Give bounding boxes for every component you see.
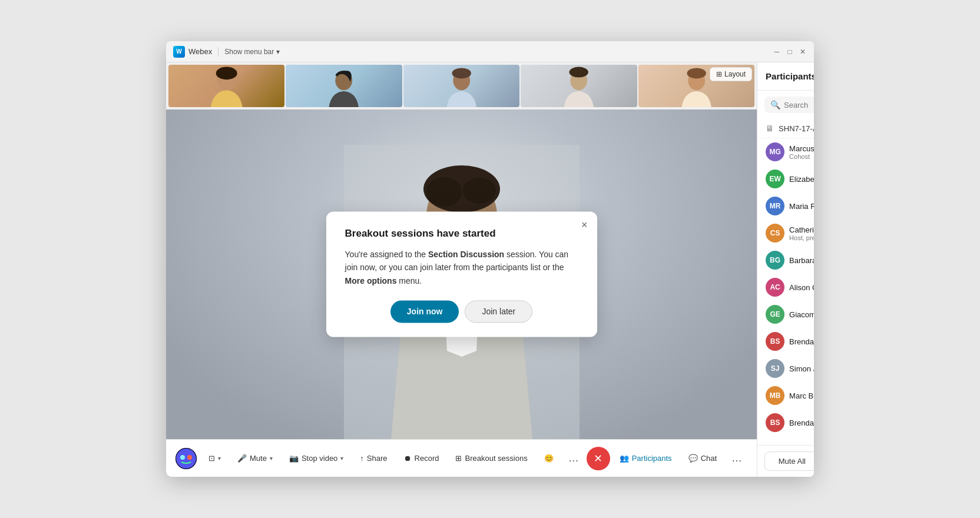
participant-item: BS Brenda Song 📷 🎤 [757, 409, 814, 436]
svg-point-4 [452, 68, 471, 78]
join-now-button[interactable]: Join now [390, 301, 459, 323]
main-video: × Breakout sessions have started You're … [166, 109, 757, 439]
participant-avatar: BS [766, 332, 784, 351]
svg-point-13 [426, 177, 462, 207]
svg-point-1 [216, 67, 237, 80]
thumb-person-3 [403, 65, 519, 107]
participant-info: Alison Cassidy [789, 283, 814, 292]
show-menu-bar-btn[interactable]: Show menu bar ▾ [224, 48, 280, 56]
video-area: ⊞ Layout [166, 62, 757, 477]
dialog-actions: Join now Join later [345, 301, 578, 323]
layout-button[interactable]: ⊞ Layout [710, 67, 752, 81]
divider [218, 47, 218, 57]
webex-logo-icon: W [173, 46, 185, 58]
thumbnail-strip: ⊞ Layout [166, 62, 757, 109]
participant-info: Brenda Song [789, 419, 814, 427]
participant-name: Giacomo Edwards [789, 310, 814, 319]
end-call-icon: ✕ [594, 452, 602, 465]
participant-name: Alison Cassidy [789, 283, 814, 292]
participant-info: Simon Jones [789, 364, 814, 373]
participant-name: Brenda Song [789, 337, 814, 346]
self-avatar [176, 448, 197, 469]
participant-item: CS Catherine Sinu Host, presenter 📷 🎤 [757, 220, 814, 247]
participant-item: BG Barbara German 📷 🎤 [757, 247, 814, 274]
dialog-title: Breakout sessions have started [345, 228, 578, 240]
record-button[interactable]: ⏺ Record [397, 450, 446, 467]
layout-icon: ⊞ [716, 70, 722, 78]
svg-point-6 [570, 67, 588, 78]
search-bar[interactable]: 🔍 ⇅ [764, 97, 814, 113]
participant-info: Brenda Song [789, 337, 814, 346]
chevron-down-icon: ▾ [276, 48, 280, 56]
thumbnail-1[interactable] [168, 65, 284, 107]
thumbnail-3[interactable] [403, 65, 519, 107]
more-right-button[interactable]: … [726, 448, 747, 469]
participant-info: Maria Rossi [789, 202, 814, 211]
thumb-person-4 [521, 65, 637, 107]
chat-icon: 💬 [688, 454, 698, 463]
close-button[interactable]: ✕ [799, 48, 807, 56]
participant-item: MB Marc Brown 📷 🎤 [757, 382, 814, 409]
participant-item: BS Brenda Song 🎤 [757, 328, 814, 355]
mute-button[interactable]: 🎤 Mute ▾ [230, 450, 280, 467]
end-call-button[interactable]: ✕ [587, 447, 610, 470]
participant-name: Barbara German [789, 256, 814, 265]
breakout-icon: ⊞ [455, 454, 462, 463]
stop-video-button[interactable]: 📷 Stop video ▾ [282, 450, 350, 467]
participant-info: Barbara German [789, 256, 814, 265]
participant-name: Brenda Song [789, 419, 814, 427]
toolbar-left: ⊡ ▾ [176, 448, 228, 469]
thumbnail-4[interactable] [521, 65, 637, 107]
join-later-button[interactable]: Join later [465, 301, 532, 323]
svg-point-14 [463, 178, 496, 204]
participant-avatar: MR [766, 197, 784, 215]
more-options-button[interactable]: … [563, 448, 584, 469]
dialog-body: You're assigned to the Section Discussio… [345, 248, 578, 287]
mute-all-button[interactable]: Mute All [764, 451, 814, 471]
person-svg-1 [168, 65, 284, 107]
participant-info: Elizabeth Wu [789, 175, 814, 184]
dialog-close-button[interactable]: × [581, 220, 588, 230]
participant-avatar: MG [766, 142, 784, 161]
participant-name: Catherine Sinu [789, 225, 814, 234]
participants-toggle-button[interactable]: 👥 Participants [612, 450, 679, 467]
search-input[interactable] [784, 101, 814, 109]
participant-item: GE Giacomo Edwards 📷 🎤 [757, 301, 814, 328]
participant-avatar: SJ [766, 359, 784, 378]
session-name: SHN7-17-APR5 [779, 124, 814, 133]
person-svg-4 [521, 65, 637, 107]
participant-name: Maria Rossi [789, 202, 814, 211]
participant-item: EW Elizabeth Wu [757, 165, 814, 192]
thumbnail-2[interactable] [286, 65, 402, 107]
camera-view-button[interactable]: ⊡ ▾ [201, 450, 228, 467]
app-window: W Webex Show menu bar ▾ ─ □ ✕ [166, 41, 814, 477]
session-row: 🖥 SHN7-17-APR5 📷 🎤 [757, 119, 814, 138]
participant-avatar: GE [766, 305, 784, 324]
app-logo: W Webex [173, 46, 212, 58]
thumb-person-1 [168, 65, 284, 107]
breakout-sessions-button[interactable]: ⊞ Breakout sessions [448, 450, 534, 467]
toolbar-right: 👥 Participants 💬 Chat … [612, 448, 747, 469]
minimize-button[interactable]: ─ [773, 48, 781, 56]
maximize-button[interactable]: □ [786, 48, 794, 56]
share-button[interactable]: ↑ Share [353, 450, 394, 467]
participant-item: SJ Simon Jones □ 🎤 [757, 355, 814, 382]
title-bar: W Webex Show menu bar ▾ ─ □ ✕ [166, 41, 814, 62]
record-icon: ⏺ [404, 454, 412, 463]
participant-name: Elizabeth Wu [789, 175, 814, 184]
sidebar-header: Participants ⤢ ✕ [757, 62, 814, 91]
mute-caret-icon: ▾ [270, 455, 273, 461]
participant-role: Cohost [789, 153, 814, 160]
participant-info: Catherine Sinu Host, presenter [789, 225, 814, 241]
participant-avatar: CS [766, 224, 784, 243]
app-title: Webex [188, 47, 212, 56]
microphone-icon: 🎤 [237, 454, 247, 463]
chat-button[interactable]: 💬 Chat [681, 450, 724, 467]
toolbar-center: 🎤 Mute ▾ 📷 Stop video ▾ ↑ Share ⏺ [230, 447, 610, 470]
video-icon: 📷 [289, 454, 299, 463]
person-svg-2 [286, 65, 402, 107]
reactions-button[interactable]: 😊 [537, 450, 561, 467]
main-area: ⊞ Layout [166, 62, 814, 477]
session-icon: 🖥 [766, 124, 774, 133]
participant-item: MG Marcus Grey Cohost [757, 138, 814, 165]
